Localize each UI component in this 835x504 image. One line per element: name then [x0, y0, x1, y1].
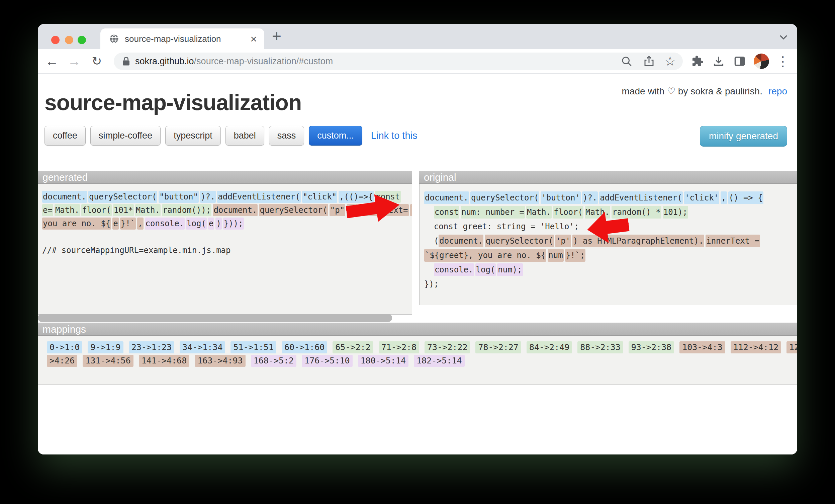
mapping-chip[interactable]: 126-: [787, 341, 797, 354]
kebab-menu-icon[interactable]: ⋮: [776, 55, 790, 68]
code-token[interactable]: num: number =: [461, 206, 525, 219]
example-button-sass[interactable]: sass: [269, 126, 304, 146]
side-panel-icon[interactable]: [734, 55, 746, 67]
example-button-simple-coffee[interactable]: simple-coffee: [90, 126, 161, 146]
mapping-chip[interactable]: 65->2:2: [332, 341, 373, 354]
code-token[interactable]: num);: [497, 263, 523, 276]
code-token[interactable]: addEventListener(: [217, 191, 301, 203]
code-token[interactable]: `${greet}, you are no. ${: [424, 249, 546, 262]
code-token[interactable]: 101*: [113, 204, 134, 216]
code-token[interactable]: 101);: [663, 206, 688, 219]
forward-icon[interactable]: →: [67, 55, 81, 68]
chevron-down-icon[interactable]: [778, 32, 789, 42]
code-token[interactable]: querySelector(: [485, 235, 554, 247]
code-token[interactable]: )?.: [200, 191, 216, 203]
code-token[interactable]: document.: [439, 235, 483, 247]
example-button-coffee[interactable]: coffee: [44, 126, 86, 146]
window-close-button[interactable]: [51, 36, 60, 44]
code-token[interactable]: e: [208, 218, 214, 229]
example-button-babel[interactable]: babel: [225, 126, 264, 146]
code-token[interactable]: num: [548, 249, 563, 262]
example-button-typescript[interactable]: typescript: [165, 126, 221, 146]
bookmark-star-icon[interactable]: ☆: [665, 55, 676, 67]
code-token[interactable]: document.: [42, 191, 87, 203]
code-token[interactable]: Math.: [526, 206, 552, 219]
mapping-chip[interactable]: 23->1:23: [129, 341, 174, 354]
mapping-chip[interactable]: 73->2:22: [425, 341, 470, 354]
repo-link[interactable]: repo: [769, 86, 787, 96]
code-token[interactable]: 'button': [541, 191, 581, 204]
mapping-chip[interactable]: 131->4:56: [83, 355, 133, 367]
code-token[interactable]: 'p': [555, 235, 571, 247]
code-token[interactable]: Math.: [55, 204, 80, 216]
mapping-chip[interactable]: 168->5:2: [251, 355, 297, 367]
code-token[interactable]: querySelector(: [470, 191, 539, 204]
code-token[interactable]: querySelector(: [259, 204, 328, 216]
code-token[interactable]: "button": [159, 191, 199, 203]
mapping-chip[interactable]: 34->1:34: [180, 341, 225, 354]
code-token[interactable]: }!`: [120, 218, 136, 229]
tab-close-icon[interactable]: ×: [250, 33, 257, 44]
mapping-chip[interactable]: 0->1:0: [47, 341, 82, 354]
code-token[interactable]: Math.: [135, 204, 161, 216]
mapping-chip[interactable]: 103->4:3: [679, 341, 725, 354]
code-token[interactable]: document.: [213, 204, 258, 216]
code-token[interactable]: console.: [145, 218, 185, 229]
code-token[interactable]: random());: [162, 204, 212, 216]
mapping-chip[interactable]: 182->5:14: [414, 355, 464, 367]
code-token[interactable]: log(: [475, 263, 496, 276]
code-token[interactable]: "click": [302, 191, 337, 203]
code-token[interactable]: }!`;: [565, 249, 586, 262]
code-token[interactable]: ,: [720, 191, 727, 204]
code-token[interactable]: addEventListener(: [599, 191, 683, 204]
new-tab-button[interactable]: +: [272, 27, 281, 45]
search-icon[interactable]: [620, 55, 633, 67]
window-minimize-button[interactable]: [65, 36, 73, 44]
code-token[interactable]: ) as HTMLParagraphElement).: [572, 235, 704, 247]
mapping-chip[interactable]: 93->2:38: [629, 341, 674, 354]
url-bar[interactable]: sokra.github.io/source-map-visualization…: [114, 53, 683, 70]
code-token[interactable]: Math.: [585, 206, 610, 219]
code-token[interactable]: innerText =: [706, 235, 760, 247]
code-token[interactable]: "p": [329, 204, 345, 216]
horizontal-scrollbar-thumb[interactable]: [38, 314, 392, 322]
browser-tab[interactable]: source-map-visualization ×: [100, 28, 264, 49]
mapping-chip[interactable]: 9->1:9: [88, 341, 123, 354]
code-token[interactable]: }));: [223, 218, 244, 229]
code-token[interactable]: e=: [42, 204, 53, 216]
mapping-chip[interactable]: 60->1:60: [282, 341, 327, 354]
code-token[interactable]: e: [113, 218, 118, 229]
mapping-chip[interactable]: 78->2:27: [475, 341, 521, 354]
mapping-chip[interactable]: 112->4:12: [731, 341, 781, 354]
mapping-chip[interactable]: >4:26: [47, 355, 77, 367]
code-token[interactable]: floor(: [553, 206, 584, 219]
mapping-chip[interactable]: 51->1:51: [230, 341, 276, 354]
mapping-chip[interactable]: 163->4:93: [195, 355, 245, 367]
code-token[interactable]: ,(()=>{: [339, 191, 374, 203]
code-token[interactable]: const: [434, 206, 459, 219]
code-token[interactable]: () => {: [728, 191, 763, 204]
example-button-custom[interactable]: custom...: [309, 126, 362, 146]
link-to-this-link[interactable]: Link to this: [371, 130, 418, 141]
code-token[interactable]: querySelector(: [88, 191, 157, 203]
mapping-chip[interactable]: 84->2:49: [527, 341, 572, 354]
code-token[interactable]: ,: [137, 218, 143, 229]
code-token[interactable]: ): [216, 218, 222, 229]
code-token[interactable]: document.: [424, 191, 469, 204]
extensions-puzzle-icon[interactable]: [691, 55, 704, 67]
mapping-chip[interactable]: 71->2:8: [379, 341, 419, 354]
reload-icon[interactable]: ↻: [91, 55, 102, 67]
mapping-chip[interactable]: 176->5:10: [302, 355, 352, 367]
back-icon[interactable]: ←: [45, 55, 59, 68]
code-token[interactable]: 'click': [684, 191, 719, 204]
download-icon[interactable]: [713, 55, 725, 67]
profile-avatar[interactable]: [754, 54, 769, 69]
minify-generated-button[interactable]: minify generated: [700, 126, 787, 146]
mapping-chip[interactable]: 141->4:68: [139, 355, 189, 367]
code-token[interactable]: you are no. ${: [42, 218, 111, 229]
code-token[interactable]: `He: [410, 204, 412, 216]
mapping-chip[interactable]: 88->2:33: [577, 341, 623, 354]
code-token[interactable]: )?.: [582, 191, 598, 204]
mapping-chip[interactable]: 180->5:14: [358, 355, 408, 367]
code-token[interactable]: log(: [186, 218, 207, 229]
